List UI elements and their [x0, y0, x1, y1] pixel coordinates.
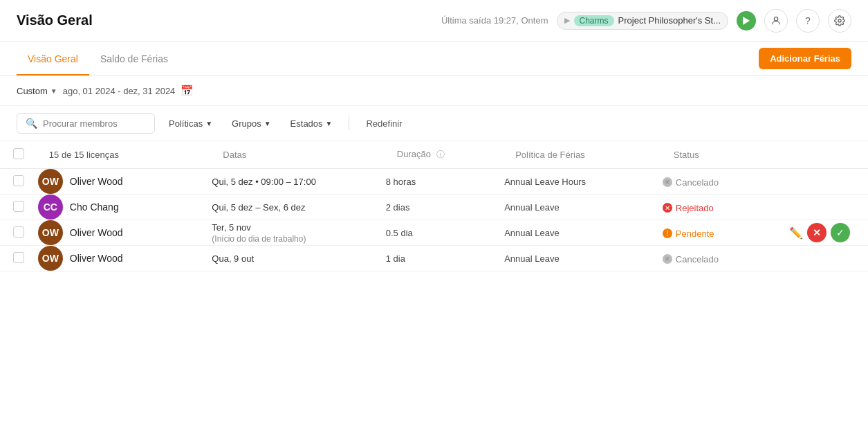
dates-column-label: Datas	[223, 150, 246, 160]
project-name: Project Philosopher's St...	[618, 15, 721, 26]
search-box[interactable]: 🔍	[17, 113, 155, 134]
date-secondary: (Início do dia de trabalho)	[212, 234, 385, 244]
member-name: Oliver Wood	[70, 253, 123, 264]
project-badge: Charms	[574, 15, 614, 26]
duration-cell: 2 dias	[386, 195, 504, 220]
calendar-icon[interactable]: 📅	[181, 84, 194, 97]
custom-label: Custom	[17, 86, 48, 96]
play-icon-small: ▶	[564, 16, 570, 25]
table-container: 15 de 15 licenças Datas Duração ⓘ Políti…	[0, 141, 868, 430]
policy-cell: Annual Leave	[504, 246, 663, 271]
dates-cell: Ter, 5 nov (Início do dia de trabalho)	[212, 220, 385, 246]
svg-point-2	[838, 19, 841, 22]
date-filter: Custom ▼ ago, 01 2024 - dez, 31 2024 📅	[17, 84, 194, 97]
help-icon-button[interactable]: ?	[796, 9, 820, 33]
settings-icon-button[interactable]	[828, 9, 851, 33]
approve-button[interactable]: ✓	[831, 223, 850, 242]
status-badge: ✕ Cancelado	[663, 254, 719, 265]
duration-value: 2 dias	[386, 202, 410, 213]
row-checkbox[interactable]	[13, 252, 24, 263]
dropdown-arrow-icon: ▼	[50, 87, 57, 95]
duration-value: 8 horas	[386, 177, 416, 187]
dates-cell: Qua, 9 out	[212, 246, 385, 271]
status-column-label: Status	[674, 150, 699, 160]
last-exit-label: Última saída 19:27, Ontem	[441, 15, 548, 26]
col-status-header: Status	[663, 141, 789, 169]
svg-point-1	[774, 17, 777, 20]
table-body: OW Oliver Wood Qui, 5 dez • 09:00 – 17:0…	[0, 169, 868, 271]
duration-column-label: Duração	[397, 149, 431, 159]
member-cell: OW Oliver Wood	[38, 246, 212, 271]
policies-filter-button[interactable]: Políticas ▼	[163, 114, 218, 133]
add-ferias-button[interactable]: Adicionar Férias	[759, 48, 851, 69]
reject-button[interactable]: ✕	[807, 223, 827, 242]
count-label: 15 de 15 licenças	[49, 150, 119, 160]
status-badge: ✕ Cancelado	[663, 177, 719, 188]
policy-value: Annual Leave	[504, 228, 560, 238]
tab-visao-geral[interactable]: Visão Geral	[17, 44, 89, 75]
timer-play-button[interactable]	[737, 11, 756, 30]
row-select	[0, 246, 38, 271]
select-all-checkbox[interactable]	[13, 148, 24, 159]
col-duration-header: Duração ⓘ	[386, 141, 504, 169]
svg-marker-0	[743, 17, 750, 25]
policy-value: Annual Leave	[504, 253, 560, 264]
duration-info-icon[interactable]: ⓘ	[436, 150, 445, 159]
col-dates-header: Datas	[212, 141, 385, 169]
filter-bar: 🔍 Políticas ▼ Grupos ▼ Estados ▼ Redefin…	[0, 106, 868, 141]
date-primary: Qui, 5 dez • 09:00 – 17:00	[212, 177, 385, 187]
table-header-row: 15 de 15 licenças Datas Duração ⓘ Políti…	[0, 141, 868, 169]
date-primary: Qui, 5 dez – Sex, 6 dez	[212, 202, 385, 213]
row-checkbox[interactable]	[13, 201, 24, 212]
row-select	[0, 195, 38, 220]
groups-filter-button[interactable]: Grupos ▼	[226, 114, 277, 133]
avatar: OW	[38, 169, 63, 194]
avatar: CC	[38, 195, 63, 220]
policy-value: Annual Leave Hours	[504, 177, 586, 187]
date-primary: Qua, 9 out	[212, 253, 385, 264]
user-icon-button[interactable]	[764, 9, 788, 33]
date-filter-bar: Custom ▼ ago, 01 2024 - dez, 31 2024 📅	[0, 76, 868, 106]
duration-cell: 1 dia	[386, 246, 504, 271]
status-cell: ✕ Cancelado	[663, 169, 789, 195]
status-dot-icon: !	[663, 229, 672, 238]
reset-button[interactable]: Redefinir	[360, 114, 407, 133]
status-badge: ✕ Rejeitado	[663, 203, 714, 213]
avatar: OW	[38, 246, 63, 271]
table-row: OW Oliver Wood Ter, 5 nov (Início do dia…	[0, 220, 868, 246]
row-select	[0, 220, 38, 246]
search-input[interactable]	[43, 118, 140, 129]
duration-value: 1 dia	[386, 253, 405, 264]
project-chip[interactable]: ▶ Charms Project Philosopher's St...	[557, 12, 728, 30]
policy-value: Annual Leave	[504, 202, 560, 213]
filter-divider	[349, 116, 349, 130]
header-controls: Última saída 19:27, Ontem ▶ Charms Proje…	[441, 9, 851, 33]
member-name: Oliver Wood	[70, 176, 123, 187]
edit-button[interactable]: ✏️	[789, 226, 803, 240]
policy-column-label: Política de Férias	[515, 150, 584, 160]
action-buttons: ✏️ ✕ ✓	[789, 223, 868, 242]
avatar: OW	[38, 220, 63, 245]
row-checkbox[interactable]	[13, 175, 24, 186]
groups-arrow-icon: ▼	[264, 120, 271, 127]
col-select-all	[0, 141, 38, 169]
policy-cell: Annual Leave	[504, 220, 663, 246]
status-dot-icon: ✕	[663, 254, 672, 264]
states-filter-button[interactable]: Estados ▼	[285, 114, 338, 133]
table-row: OW Oliver Wood Qui, 5 dez • 09:00 – 17:0…	[0, 169, 868, 195]
col-policy-header: Política de Férias	[504, 141, 663, 169]
member-name: Cho Chang	[70, 201, 119, 213]
leaves-table: 15 de 15 licenças Datas Duração ⓘ Políti…	[0, 141, 868, 271]
help-icon: ?	[805, 15, 811, 26]
row-checkbox[interactable]	[13, 226, 24, 238]
actions-cell	[789, 246, 868, 271]
actions-cell	[789, 195, 868, 220]
states-arrow-icon: ▼	[326, 120, 333, 127]
tab-bar: Visão Geral Saldo de Férias Adicionar Fé…	[0, 42, 868, 76]
col-member-header: 15 de 15 licenças	[38, 141, 212, 169]
member-name: Oliver Wood	[70, 227, 123, 238]
custom-dropdown[interactable]: Custom ▼	[17, 86, 57, 96]
member-cell: OW Oliver Wood	[38, 169, 212, 195]
page-title: Visão Geral	[17, 12, 93, 28]
tab-saldo-ferias[interactable]: Saldo de Férias	[89, 44, 179, 75]
